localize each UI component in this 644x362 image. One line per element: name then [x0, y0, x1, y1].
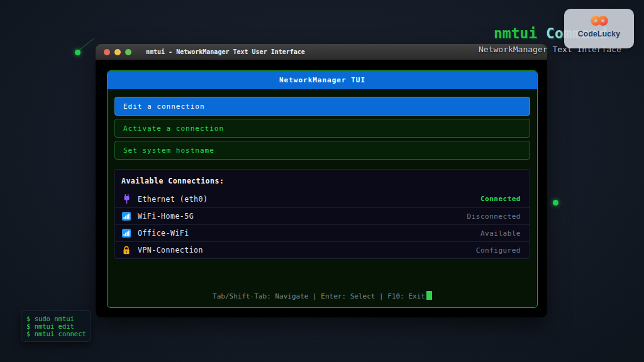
wifi-signal-icon	[121, 229, 131, 238]
terminal-window: nmtui - NetworkManager Text User Interfa…	[96, 44, 547, 317]
connection-row-ethernet[interactable]: Ethernet (eth0) Connected	[115, 190, 530, 207]
menu-item-activate-connection[interactable]: Activate a connection	[114, 119, 530, 138]
tui-menu: Edit a connection Activate a connection …	[108, 89, 537, 163]
minimize-button[interactable]	[114, 49, 121, 55]
connections-list: Ethernet (eth0) Connected WiFi-Home-5G D…	[115, 190, 530, 258]
connection-status: Available	[480, 229, 521, 238]
command-line: $ sudo nmtui	[26, 315, 91, 322]
connections-panel: Available Connections: Ethernet (eth0) C…	[114, 169, 530, 259]
terminal-body: NetworkManager TUI Edit a connection Act…	[96, 60, 547, 317]
connection-row-wifi-office[interactable]: Office-WiFi Available	[115, 224, 530, 241]
connection-name: VPN-Connection	[138, 246, 476, 255]
command-line: $ nmtui connect	[26, 330, 91, 337]
terminal-cursor	[426, 291, 432, 300]
codelucky-logo-icon	[584, 12, 614, 30]
connection-status: Connected	[480, 195, 521, 203]
command-line: $ nmtui edit	[26, 322, 91, 330]
lock-icon	[121, 246, 131, 255]
connection-name: Office-WiFi	[138, 229, 480, 238]
connections-panel-header: Available Connections:	[115, 170, 530, 185]
brand-name: CodeLucky	[578, 30, 620, 38]
decorative-dot-left	[75, 50, 80, 55]
connection-status: Configured	[476, 246, 521, 255]
status-bar: Tab/Shift-Tab: Navigate | Enter: Select …	[108, 291, 537, 307]
ethernet-plug-icon	[121, 194, 131, 204]
connection-name: WiFi-Home-5G	[138, 212, 467, 221]
connection-status: Disconnected	[467, 212, 521, 221]
connection-row-wifi-home[interactable]: WiFi-Home-5G Disconnected	[115, 207, 530, 224]
status-bar-hints: Tab/Shift-Tab: Navigate | Enter: Select …	[213, 292, 425, 300]
wifi-signal-icon	[121, 212, 131, 221]
connection-row-vpn[interactable]: VPN-Connection Configured	[115, 241, 530, 258]
page-title-primary: nmtui	[494, 25, 537, 41]
terminal-title: nmtui - NetworkManager Text User Interfa…	[146, 48, 305, 55]
tui-frame: NetworkManager TUI Edit a connection Act…	[107, 70, 538, 308]
decorative-line	[79, 38, 94, 50]
close-button[interactable]	[104, 49, 110, 55]
brand-card: CodeLucky	[564, 9, 634, 48]
menu-item-set-hostname[interactable]: Set system hostname	[114, 141, 530, 160]
command-snippets: $ sudo nmtui $ nmtui edit $ nmtui connec…	[21, 310, 91, 342]
maximize-button[interactable]	[125, 49, 131, 55]
tui-title-bar: NetworkManager TUI	[108, 71, 537, 89]
menu-item-edit-connection[interactable]: Edit a connection	[114, 97, 530, 116]
connection-name: Ethernet (eth0)	[138, 195, 480, 204]
decorative-dot-right	[553, 200, 558, 206]
